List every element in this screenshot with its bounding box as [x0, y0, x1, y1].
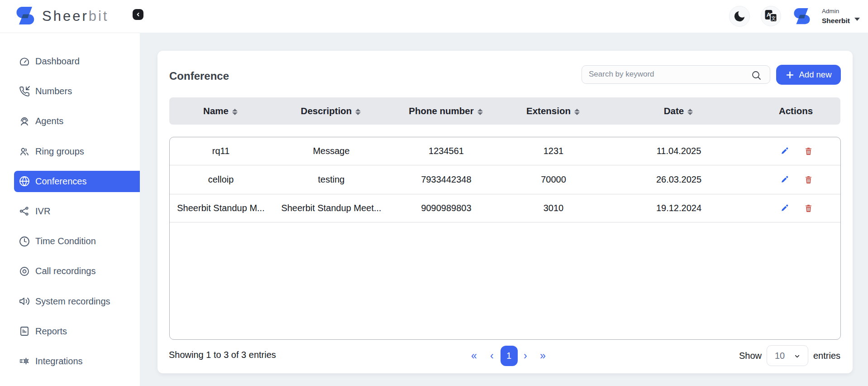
svg-text:文: 文 [771, 15, 776, 21]
